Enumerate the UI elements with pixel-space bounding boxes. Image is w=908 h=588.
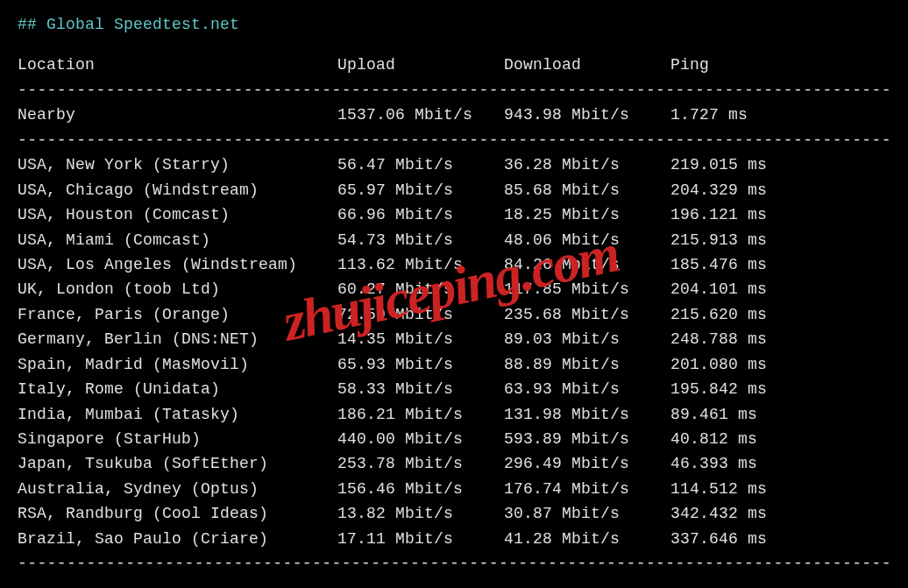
row-upload: 54.73 Mbit/s (337, 228, 504, 252)
row-ping: 185.476 ms (670, 252, 819, 277)
row-upload: 60.27 Mbit/s (337, 277, 504, 301)
row-ping: 219.015 ms (670, 152, 819, 177)
table-row: Spain, Madrid (MasMovil)65.93 Mbit/s88.8… (18, 352, 890, 377)
row-download: 131.98 Mbit/s (504, 402, 670, 427)
row-location: UK, London (toob Ltd) (18, 277, 337, 301)
table-row: USA, Chicago (Windstream)65.97 Mbit/s85.… (18, 178, 890, 202)
row-location: Australia, Sydney (Optus) (18, 477, 337, 501)
row-location: USA, Miami (Comcast) (18, 228, 337, 252)
row-ping: 215.620 ms (670, 302, 819, 327)
row-upload: 17.11 Mbit/s (337, 527, 504, 551)
row-upload: 186.21 Mbit/s (337, 402, 504, 427)
divider-line: ----------------------------------------… (18, 551, 890, 576)
row-download: 18.25 Mbit/s (504, 202, 670, 227)
row-ping: 40.812 ms (670, 427, 819, 451)
row-ping: 204.101 ms (670, 277, 819, 301)
row-location: Singapore (StarHub) (18, 427, 337, 451)
row-ping: 195.842 ms (670, 377, 819, 401)
header-ping: Ping (670, 53, 819, 77)
row-ping: 46.393 ms (670, 451, 819, 476)
table-row: Australia, Sydney (Optus)156.46 Mbit/s17… (18, 477, 890, 501)
row-ping: 248.788 ms (670, 327, 819, 351)
row-download: 235.68 Mbit/s (504, 302, 670, 327)
row-download: 117.85 Mbit/s (504, 277, 670, 301)
row-location: Italy, Rome (Unidata) (18, 377, 337, 401)
nearby-ping: 1.727 ms (670, 103, 819, 127)
table-header: Location Upload Download Ping (18, 53, 890, 77)
nearby-location: Nearby (18, 103, 337, 127)
header-location: Location (18, 53, 337, 77)
row-ping: 201.080 ms (670, 352, 819, 377)
nearby-row: Nearby 1537.06 Mbit/s 943.98 Mbit/s 1.72… (18, 103, 890, 127)
row-location: Spain, Madrid (MasMovil) (18, 352, 337, 377)
row-location: RSA, Randburg (Cool Ideas) (18, 501, 337, 526)
table-row: USA, Houston (Comcast)66.96 Mbit/s18.25 … (18, 202, 890, 227)
row-location: USA, Houston (Comcast) (18, 202, 337, 227)
row-download: 63.93 Mbit/s (504, 377, 670, 401)
row-ping: 337.646 ms (670, 527, 819, 551)
row-location: France, Paris (Orange) (18, 302, 337, 327)
row-download: 85.68 Mbit/s (504, 178, 670, 202)
divider-line: ----------------------------------------… (18, 128, 890, 152)
row-upload: 113.62 Mbit/s (337, 252, 504, 277)
row-download: 84.26 Mbit/s (504, 252, 670, 277)
row-ping: 196.121 ms (670, 202, 819, 227)
row-ping: 114.512 ms (670, 477, 819, 501)
row-download: 89.03 Mbit/s (504, 327, 670, 351)
row-download: 176.74 Mbit/s (504, 477, 670, 501)
row-location: India, Mumbai (Tatasky) (18, 402, 337, 427)
row-upload: 66.96 Mbit/s (337, 202, 504, 227)
divider-line: ----------------------------------------… (18, 78, 890, 103)
table-row: France, Paris (Orange)72.50 Mbit/s235.68… (18, 302, 890, 327)
row-upload: 65.97 Mbit/s (337, 178, 504, 202)
row-download: 36.28 Mbit/s (504, 152, 670, 177)
table-row: USA, New York (Starry)56.47 Mbit/s36.28 … (18, 152, 890, 177)
row-upload: 440.00 Mbit/s (337, 427, 504, 451)
header-download: Download (504, 53, 670, 77)
row-upload: 253.78 Mbit/s (337, 451, 504, 476)
row-download: 593.89 Mbit/s (504, 427, 670, 451)
table-row: India, Mumbai (Tatasky)186.21 Mbit/s131.… (18, 402, 890, 427)
row-upload: 14.35 Mbit/s (337, 327, 504, 351)
table-row: RSA, Randburg (Cool Ideas)13.82 Mbit/s30… (18, 501, 890, 526)
nearby-upload: 1537.06 Mbit/s (337, 103, 504, 127)
title-prefix: ## (18, 16, 46, 33)
row-location: Germany, Berlin (DNS:NET) (18, 327, 337, 351)
row-location: Brazil, Sao Paulo (Criare) (18, 527, 337, 551)
row-upload: 72.50 Mbit/s (337, 302, 504, 327)
row-ping: 342.432 ms (670, 501, 819, 526)
table-row: USA, Los Angeles (Windstream)113.62 Mbit… (18, 252, 890, 277)
row-download: 30.87 Mbit/s (504, 501, 670, 526)
results-table-body: USA, New York (Starry)56.47 Mbit/s36.28 … (18, 152, 890, 551)
table-row: USA, Miami (Comcast)54.73 Mbit/s48.06 Mb… (18, 228, 890, 252)
row-download: 41.28 Mbit/s (504, 527, 670, 551)
header-upload: Upload (337, 53, 504, 77)
row-location: Japan, Tsukuba (SoftEther) (18, 451, 337, 476)
table-row: Italy, Rome (Unidata)58.33 Mbit/s63.93 M… (18, 377, 890, 401)
row-location: USA, Los Angeles (Windstream) (18, 252, 337, 277)
row-ping: 204.329 ms (670, 178, 819, 202)
table-row: Brazil, Sao Paulo (Criare)17.11 Mbit/s41… (18, 527, 890, 551)
row-download: 48.06 Mbit/s (504, 228, 670, 252)
table-row: UK, London (toob Ltd)60.27 Mbit/s117.85 … (18, 277, 890, 301)
row-ping: 215.913 ms (670, 228, 819, 252)
row-location: USA, New York (Starry) (18, 152, 337, 177)
nearby-download: 943.98 Mbit/s (504, 103, 670, 127)
row-upload: 56.47 Mbit/s (337, 152, 504, 177)
row-upload: 13.82 Mbit/s (337, 501, 504, 526)
row-download: 296.49 Mbit/s (504, 451, 670, 476)
table-row: Germany, Berlin (DNS:NET)14.35 Mbit/s89.… (18, 327, 890, 351)
title-text: Global Speedtest.net (46, 16, 239, 33)
table-row: Japan, Tsukuba (SoftEther)253.78 Mbit/s2… (18, 451, 890, 476)
row-location: USA, Chicago (Windstream) (18, 178, 337, 202)
table-row: Singapore (StarHub)440.00 Mbit/s593.89 M… (18, 427, 890, 451)
row-upload: 65.93 Mbit/s (337, 352, 504, 377)
row-upload: 156.46 Mbit/s (337, 477, 504, 501)
page-title: ## Global Speedtest.net (18, 12, 890, 37)
row-download: 88.89 Mbit/s (504, 352, 670, 377)
row-upload: 58.33 Mbit/s (337, 377, 504, 401)
row-ping: 89.461 ms (670, 402, 819, 427)
